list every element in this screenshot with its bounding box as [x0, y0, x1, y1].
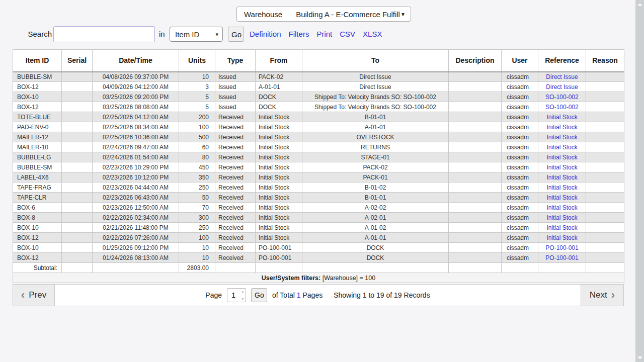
cell-units: 5: [179, 102, 215, 112]
cell-user: cissadm: [502, 253, 538, 263]
cell-to: STAGE-01: [302, 152, 449, 162]
prev-page-button[interactable]: ‹ Prev: [13, 285, 55, 306]
table-row: BOX-802/22/2026 02:34:00 AM300ReceivedIn…: [13, 213, 624, 223]
col-header-datetime[interactable]: Date/Time: [93, 50, 179, 72]
reference-link[interactable]: Initial Stock: [546, 184, 577, 191]
warehouse-context-selector[interactable]: Warehouse Building A - E-Commerce Fulfil…: [236, 7, 411, 22]
col-header-type[interactable]: Type: [215, 50, 256, 72]
cell-reason: [586, 72, 624, 82]
page-spinners[interactable]: ▲ ▼: [241, 290, 245, 301]
cell-to: A-02-02: [302, 203, 449, 213]
app-window: Warehouse Building A - E-Commerce Fulfil…: [0, 0, 644, 362]
cell-user: cissadm: [502, 132, 538, 142]
cell-from: PO-100-001: [256, 243, 302, 253]
page-go-button[interactable]: Go: [251, 288, 267, 302]
cell-description: [449, 82, 502, 92]
table-row: BUBBLE-SM04/08/2026 09:37:00 PM10IssuedP…: [13, 72, 624, 82]
cell-user: cissadm: [502, 82, 538, 92]
scrollbar-up-icon[interactable]: [635, 0, 644, 9]
page-number-input[interactable]: [227, 291, 239, 299]
scrollbar-down-icon[interactable]: [635, 353, 644, 362]
cell-serial: [62, 142, 93, 152]
col-header-to[interactable]: To: [302, 50, 449, 72]
reference-link[interactable]: Initial Stock: [546, 204, 577, 211]
cell-units: 3: [179, 82, 215, 92]
col-header-reason[interactable]: Reason: [586, 50, 624, 72]
cell-units: 250: [179, 223, 215, 233]
cell-user: cissadm: [502, 213, 538, 223]
col-header-reference[interactable]: Reference: [538, 50, 586, 72]
reference-link[interactable]: Initial Stock: [546, 124, 577, 131]
cell-description: [449, 213, 502, 223]
reference-link[interactable]: Initial Stock: [546, 164, 577, 171]
reference-link[interactable]: Initial Stock: [546, 214, 577, 221]
cell-reference: Initial Stock: [538, 122, 586, 132]
window-scrollbar[interactable]: [635, 0, 644, 362]
reference-link[interactable]: PO-100-001: [545, 244, 578, 251]
reference-link[interactable]: Initial Stock: [546, 144, 577, 151]
search-field-select[interactable]: Item ID ▾: [170, 27, 223, 42]
cell-item-id: BOX-12: [13, 233, 62, 243]
cell-type: Received: [215, 203, 256, 213]
reference-link[interactable]: Initial Stock: [546, 224, 577, 231]
cell-datetime: 02/25/2026 10:36:00 AM: [93, 132, 179, 142]
cell-serial: [62, 92, 93, 102]
spinner-down-icon[interactable]: ▼: [241, 297, 245, 301]
cell-reason: [586, 172, 624, 183]
cell-reason: [586, 132, 624, 142]
reference-link[interactable]: Initial Stock: [546, 174, 577, 181]
next-page-button[interactable]: Next ›: [581, 285, 623, 306]
col-header-user[interactable]: User: [502, 50, 538, 72]
cell-reference: Initial Stock: [538, 112, 586, 122]
cell-reference: Initial Stock: [538, 152, 586, 162]
page-number-stepper[interactable]: ▲ ▼: [227, 288, 246, 302]
cell-from: Initial Stock: [256, 183, 302, 193]
reference-link[interactable]: Initial Stock: [546, 134, 577, 141]
reference-link[interactable]: Initial Stock: [546, 154, 577, 161]
context-value: Building A - E-Commerce Fulfill: [296, 10, 400, 19]
cell-units: 200: [179, 112, 215, 122]
reference-link[interactable]: Direct Issue: [546, 83, 578, 90]
reference-link[interactable]: SO-100-002: [545, 104, 578, 111]
cell-description: [449, 122, 502, 132]
cell-type: Received: [215, 253, 256, 263]
reference-link[interactable]: PO-100-001: [545, 254, 578, 261]
csv-link[interactable]: CSV: [340, 30, 355, 38]
toolbar-links: Definition Filters Print CSV XLSX: [250, 30, 382, 38]
col-header-description[interactable]: Description: [449, 50, 502, 72]
cell-type: Received: [215, 132, 256, 142]
col-header-item-id[interactable]: Item ID: [13, 50, 62, 72]
search-go-button[interactable]: Go: [228, 27, 244, 42]
cell-datetime: 03/25/2026 09:20:00 PM: [93, 92, 179, 102]
cell-user: cissadm: [502, 193, 538, 203]
search-input[interactable]: [53, 26, 155, 42]
reference-link[interactable]: Initial Stock: [546, 194, 577, 201]
total-pages-count[interactable]: 1: [297, 291, 301, 299]
reference-link[interactable]: SO-100-002: [545, 94, 578, 101]
spinner-up-icon[interactable]: ▲: [241, 290, 245, 293]
col-header-from[interactable]: From: [256, 50, 302, 72]
cell-units: 450: [179, 162, 215, 172]
cell-to: A-02-01: [302, 213, 449, 223]
cell-reason: [586, 162, 624, 172]
reference-link[interactable]: Initial Stock: [546, 114, 577, 121]
cell-serial: [62, 223, 93, 233]
cell-datetime: 02/23/2026 12:50:00 AM: [93, 203, 179, 213]
col-header-units[interactable]: Units: [179, 50, 215, 72]
xlsx-link[interactable]: XLSX: [363, 30, 382, 38]
cell-type: Issued: [215, 72, 256, 82]
cell-type: Received: [215, 152, 256, 162]
col-header-serial[interactable]: Serial: [62, 50, 93, 72]
cell-reason: [586, 243, 624, 253]
reference-link[interactable]: Direct Issue: [546, 73, 578, 80]
filters-link[interactable]: Filters: [289, 30, 309, 38]
cell-type: Issued: [215, 82, 256, 92]
cell-units: 100: [179, 122, 215, 132]
cell-description: [449, 223, 502, 233]
reference-link[interactable]: Initial Stock: [546, 234, 577, 241]
definition-link[interactable]: Definition: [250, 30, 281, 38]
print-link[interactable]: Print: [316, 30, 332, 38]
cell-to: Direct Issue: [302, 72, 449, 82]
cell-serial: [62, 122, 93, 132]
cell-from: Initial Stock: [256, 132, 302, 142]
